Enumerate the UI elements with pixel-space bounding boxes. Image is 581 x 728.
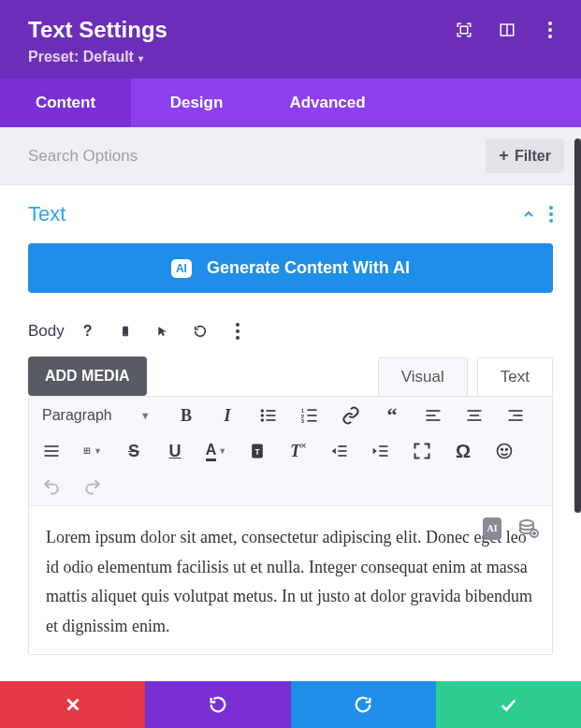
preset-label: Preset: Default xyxy=(28,49,134,65)
svg-text:T: T xyxy=(255,447,260,457)
bottom-action-bar xyxy=(0,681,581,728)
panel-title: Text Settings xyxy=(28,17,167,43)
caret-down-icon: ▼ xyxy=(140,410,151,421)
plus-icon: + xyxy=(499,146,509,166)
svg-rect-38 xyxy=(379,445,387,447)
expand-icon[interactable] xyxy=(456,22,472,38)
italic-icon[interactable]: I xyxy=(218,406,237,425)
tab-content[interactable]: Content xyxy=(0,79,131,127)
svg-rect-22 xyxy=(468,419,482,421)
ai-inline-icon[interactable]: AI xyxy=(481,517,503,540)
svg-point-44 xyxy=(506,449,508,451)
svg-rect-23 xyxy=(509,410,523,412)
svg-rect-19 xyxy=(427,419,441,421)
dynamic-content-icon[interactable] xyxy=(516,517,539,540)
fullscreen-icon[interactable] xyxy=(413,442,431,460)
redo-icon[interactable] xyxy=(83,477,102,496)
emoji-icon[interactable] xyxy=(495,442,514,460)
editor-tab-visual[interactable]: Visual xyxy=(378,357,468,396)
panel-header: Text Settings Preset: Default ▾ xyxy=(0,0,581,79)
main-tabs: Content Design Advanced xyxy=(0,79,581,127)
field-more-icon[interactable] xyxy=(224,317,252,345)
paste-text-icon[interactable]: T xyxy=(248,442,267,460)
preset-dropdown[interactable]: Preset: Default ▾ xyxy=(28,49,559,66)
svg-text:3: 3 xyxy=(301,418,305,424)
svg-rect-20 xyxy=(468,410,482,412)
svg-rect-36 xyxy=(338,455,346,457)
svg-point-7 xyxy=(261,414,264,416)
scrollbar[interactable] xyxy=(574,138,581,513)
svg-point-45 xyxy=(520,520,533,526)
save-button[interactable] xyxy=(436,681,581,728)
tab-advanced[interactable]: Advanced xyxy=(262,79,393,127)
svg-rect-24 xyxy=(514,415,523,416)
outdent-icon[interactable] xyxy=(330,442,349,460)
svg-rect-27 xyxy=(45,450,59,452)
underline-icon[interactable]: U xyxy=(166,442,184,460)
bold-icon[interactable]: B xyxy=(177,406,196,425)
strikethrough-icon[interactable]: S xyxy=(124,442,143,460)
svg-rect-6 xyxy=(267,410,276,412)
section-more-icon[interactable] xyxy=(549,206,553,223)
indent-icon[interactable] xyxy=(371,442,390,460)
svg-point-43 xyxy=(501,449,503,451)
cancel-button[interactable] xyxy=(0,681,145,728)
svg-rect-18 xyxy=(427,415,436,416)
svg-rect-14 xyxy=(308,415,317,416)
split-view-icon[interactable] xyxy=(499,22,516,38)
redo-global-button[interactable] xyxy=(291,681,436,728)
caret-down-icon: ▾ xyxy=(136,53,143,64)
bullet-list-icon[interactable] xyxy=(259,406,278,425)
content-editable[interactable]: AI Lorem ipsum dolor sit amet, consectet… xyxy=(29,506,552,654)
filter-button[interactable]: + Filter xyxy=(486,138,564,173)
svg-marker-37 xyxy=(332,448,336,455)
format-select-label: Paragraph xyxy=(42,407,112,424)
link-icon[interactable] xyxy=(341,406,360,425)
section-title: Text xyxy=(28,202,65,226)
search-input[interactable] xyxy=(28,147,486,166)
svg-rect-40 xyxy=(379,455,387,457)
device-icon[interactable] xyxy=(111,317,139,345)
editor-tab-text[interactable]: Text xyxy=(477,357,553,396)
format-select[interactable]: Paragraph ▼ xyxy=(42,407,154,424)
content-text: Lorem ipsum dolor sit amet, consectetur … xyxy=(46,528,532,635)
rich-text-editor: Paragraph ▼ B I 123 “ ▼ S U A▼ T T× xyxy=(28,396,553,655)
numbered-list-icon[interactable]: 123 xyxy=(300,406,319,425)
align-left-icon[interactable] xyxy=(424,406,443,425)
align-justify-icon[interactable] xyxy=(42,442,61,460)
svg-point-5 xyxy=(261,409,264,412)
text-color-icon[interactable]: A▼ xyxy=(207,442,225,460)
body-label: Body xyxy=(28,322,65,341)
body-area: Text AI Generate Content With AI Body ? xyxy=(0,185,581,728)
svg-point-4 xyxy=(124,334,125,335)
tab-design[interactable]: Design xyxy=(131,79,262,127)
generate-ai-button[interactable]: AI Generate Content With AI xyxy=(28,243,553,293)
svg-rect-21 xyxy=(470,415,479,416)
help-icon[interactable]: ? xyxy=(74,317,102,345)
special-char-icon[interactable]: Ω xyxy=(454,442,472,460)
add-media-button[interactable]: ADD MEDIA xyxy=(28,357,147,396)
quote-icon[interactable]: “ xyxy=(383,406,401,425)
svg-rect-25 xyxy=(509,419,523,421)
svg-marker-41 xyxy=(373,448,377,455)
more-icon[interactable] xyxy=(542,22,559,38)
align-right-icon[interactable] xyxy=(506,406,525,425)
align-center-icon[interactable] xyxy=(465,406,484,425)
filter-label: Filter xyxy=(515,148,551,165)
editor-toolbar: Paragraph ▼ B I 123 “ ▼ S U A▼ T T× xyxy=(29,397,552,506)
svg-rect-39 xyxy=(379,450,387,452)
svg-point-9 xyxy=(261,418,264,421)
table-icon[interactable]: ▼ xyxy=(83,442,102,460)
svg-rect-10 xyxy=(267,419,276,421)
hover-icon[interactable] xyxy=(149,317,177,345)
collapse-icon[interactable] xyxy=(521,207,536,222)
clear-formatting-icon[interactable]: T× xyxy=(289,442,308,460)
svg-rect-34 xyxy=(338,445,346,447)
reset-icon[interactable] xyxy=(186,317,214,345)
undo-icon[interactable] xyxy=(42,477,61,496)
undo-global-button[interactable] xyxy=(145,681,290,728)
svg-rect-28 xyxy=(45,455,59,457)
svg-rect-8 xyxy=(267,415,276,416)
svg-point-42 xyxy=(498,444,512,459)
svg-rect-12 xyxy=(308,409,317,411)
